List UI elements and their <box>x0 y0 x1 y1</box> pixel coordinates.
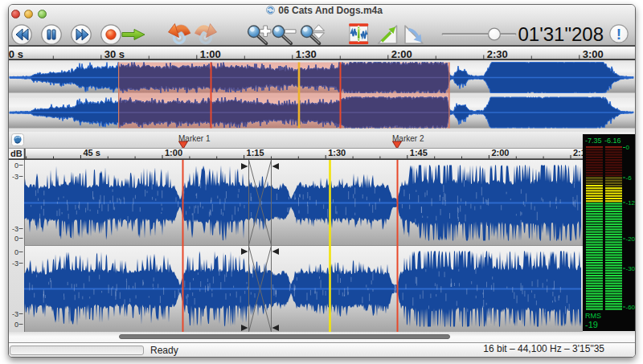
svg-text:-6: -6 <box>626 174 633 182</box>
svg-text:-20: -20 <box>626 235 636 243</box>
svg-text:01'31"208: 01'31"208 <box>518 23 604 45</box>
svg-text:-3: -3 <box>12 225 18 233</box>
svg-text:1:30: 1:30 <box>328 148 346 157</box>
svg-text:-60: -60 <box>626 304 636 311</box>
svg-text:1:45: 1:45 <box>410 148 428 157</box>
svg-text:0: 0 <box>14 235 18 243</box>
svg-text:2:00: 2:00 <box>391 48 412 60</box>
svg-text:0 s: 0 s <box>9 48 23 60</box>
svg-text:1:30: 1:30 <box>296 48 317 60</box>
svg-text:!: ! <box>616 26 621 43</box>
svg-text:3:00: 3:00 <box>583 48 604 60</box>
svg-text:0: 0 <box>14 162 18 170</box>
svg-text:-3: -3 <box>12 173 18 181</box>
svg-text:1:00: 1:00 <box>165 148 182 157</box>
svg-text:dB: dB <box>10 149 23 158</box>
svg-text:2:00: 2:00 <box>491 148 509 157</box>
svg-text:1:00: 1:00 <box>200 48 221 60</box>
svg-text:-30: -30 <box>626 265 636 272</box>
svg-text:0: 0 <box>14 248 18 256</box>
svg-text:0: 0 <box>14 321 18 329</box>
svg-text:2:30: 2:30 <box>487 48 508 60</box>
svg-text:0: 0 <box>626 144 630 151</box>
svg-text:45 s: 45 s <box>83 148 100 157</box>
svg-text:-3: -3 <box>12 310 18 318</box>
svg-text:-3: -3 <box>12 260 18 268</box>
svg-text:30 s: 30 s <box>104 48 125 60</box>
svg-text:-19: -19 <box>585 320 598 329</box>
svg-text:-12: -12 <box>626 199 636 207</box>
svg-text:RMS: RMS <box>585 312 601 320</box>
svg-text:2:15: 2:15 <box>573 148 583 157</box>
svg-text:-6.16: -6.16 <box>604 137 621 145</box>
svg-text:-7.35: -7.35 <box>585 137 602 145</box>
svg-text:1:15: 1:15 <box>247 148 264 157</box>
